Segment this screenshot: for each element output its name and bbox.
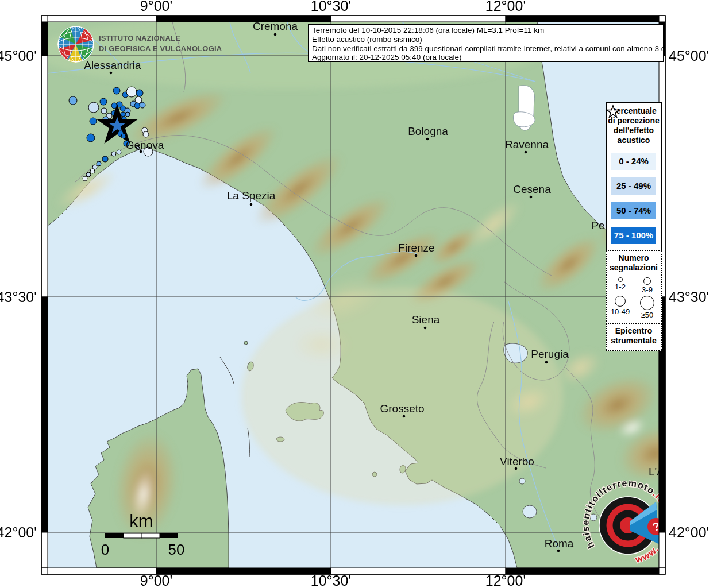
observation-circle <box>69 96 77 105</box>
city-label: Roma <box>545 537 574 550</box>
axis-label: 45°00' <box>0 48 37 64</box>
event-data-line: Dati non verificati estratti da 399 ques… <box>312 44 660 53</box>
axis-label: 10°30' <box>311 572 351 588</box>
observation-circle <box>111 152 116 156</box>
observation-circle <box>125 112 130 117</box>
count-circle-icon <box>615 296 626 307</box>
legend-count-item: 1-2 <box>607 276 634 294</box>
map-content: CremonaAlessandriaGenovaLa SpeziaBologna… <box>34 14 699 568</box>
city-label: Ravenna <box>505 138 549 150</box>
observation-circle <box>136 90 143 96</box>
city-dot <box>403 415 406 418</box>
observation-circle <box>121 134 126 138</box>
ingv-wordmark-line2: DI GEOFISICA E VULCANOLOGIA <box>99 44 222 54</box>
legend-count-item: 3-9 <box>634 276 661 294</box>
legend-count-grid: 1-23-910-49≥50 <box>607 276 661 319</box>
legend-classes: 0 - 24%25 - 49%50 - 74%75 - 100% <box>607 153 661 244</box>
event-updated-line: Aggiornato il: 20-12-2025 05:40 (ora loc… <box>312 53 660 62</box>
legend-count-item: ≥50 <box>634 294 661 319</box>
observation-circle <box>117 150 121 154</box>
count-label: 3-9 <box>634 285 661 294</box>
axis-label: 12°00' <box>485 0 526 14</box>
observation-circle <box>135 96 142 103</box>
legend-count-title: Numero segnalazioni <box>607 253 661 273</box>
legend-count-section: Numero segnalazioni 1-23-910-49≥50 <box>606 251 662 324</box>
city-label: Bologna <box>408 125 448 137</box>
epicenter-star-icon <box>606 104 620 119</box>
event-title-box: Terremoto del 10-10-2015 22:18:06 (ora l… <box>308 24 664 62</box>
legend-class-p4: 75 - 100% <box>611 227 656 244</box>
count-label: 1-2 <box>607 283 634 291</box>
ingv-wordmark-line1: ISTITUTO NAZIONALE <box>99 33 222 44</box>
city-dot <box>415 254 418 257</box>
scale-bar-start: 0 <box>101 541 109 558</box>
observation-circle <box>121 112 125 117</box>
city-dot <box>426 138 429 141</box>
observation-circle <box>143 131 149 137</box>
axis-label: 9°00' <box>140 0 172 14</box>
city-dot <box>515 467 518 470</box>
observation-circle <box>126 87 137 97</box>
count-circle-icon <box>618 277 623 282</box>
scale-bar-end: 50 <box>168 541 185 558</box>
city-dot <box>424 327 427 330</box>
event-effect-line: Effetto acustico (rombo sismico) <box>312 35 660 44</box>
axis-label: 9°00' <box>140 572 172 588</box>
observation-circle <box>134 103 140 109</box>
city-label: Grosseto <box>380 403 424 415</box>
count-circle-icon <box>643 277 651 285</box>
city-label: Pe <box>591 219 604 231</box>
event-title-line: Terremoto del 10-10-2015 22:18:06 (ora l… <box>312 26 660 35</box>
axis-label: 45°00' <box>669 48 709 64</box>
observation-circle <box>83 176 87 181</box>
legend: Percentuale di percezione dell'effetto a… <box>606 102 662 351</box>
legend-class-p2: 25 - 49% <box>611 177 656 195</box>
observation-circle <box>102 156 108 162</box>
city-label: Genova <box>126 139 164 151</box>
observation-circle <box>87 134 95 142</box>
legend-class-p3: 50 - 74% <box>611 202 656 219</box>
axis-label: 42°00' <box>669 524 709 540</box>
ingv-wordmark: ISTITUTO NAZIONALE DI GEOFISICA E VULCAN… <box>99 33 222 54</box>
observation-circle <box>97 161 101 166</box>
legend-percent-section: Percentuale di percezione dell'effetto a… <box>606 102 662 251</box>
axis-label: 43°30' <box>669 289 709 305</box>
city-dot <box>557 550 560 552</box>
axis-label: 10°30' <box>311 0 351 14</box>
observation-circle <box>90 118 97 125</box>
observation-circle <box>101 108 107 114</box>
city-dot <box>274 33 277 36</box>
city-dot <box>545 361 548 364</box>
city-label: La Spezia <box>227 189 276 202</box>
count-label: 10-49 <box>607 307 634 316</box>
count-label: ≥50 <box>634 311 661 319</box>
city-dot <box>110 72 113 75</box>
axis-label: 43°30' <box>0 289 37 305</box>
observation-circle <box>86 172 91 177</box>
legend-epicenter-title: Epicentro strumentale <box>607 326 661 346</box>
city-label: Firenze <box>398 242 434 254</box>
observation-circle <box>140 102 145 108</box>
city-label: Viterbo <box>500 455 534 467</box>
legend-epicenter-section: Epicentro strumentale <box>606 324 662 351</box>
observation-circle <box>113 87 120 94</box>
count-circle-icon <box>640 296 654 310</box>
legend-count-item: 10-49 <box>607 294 634 319</box>
legend-class-p1: 0 - 24% <box>611 153 656 170</box>
scale-bar-unit: km <box>129 511 153 531</box>
earthquake-map-page: CremonaAlessandriaGenovaLa SpeziaBologna… <box>0 0 721 588</box>
observation-circle <box>100 98 107 105</box>
axis-label: 12°00' <box>485 572 526 588</box>
axis-label: 42°00' <box>0 524 37 540</box>
city-dot <box>250 203 253 206</box>
city-label: Cesena <box>513 183 551 195</box>
observation-circle <box>88 102 99 113</box>
city-label: Perugia <box>531 348 569 360</box>
city-dot <box>525 151 527 154</box>
city-dot <box>530 196 533 199</box>
ingv-logo-globe <box>58 26 94 63</box>
city-label: Alessandria <box>84 59 141 71</box>
observation-circle <box>90 169 95 173</box>
city-label: Siena <box>412 314 440 326</box>
